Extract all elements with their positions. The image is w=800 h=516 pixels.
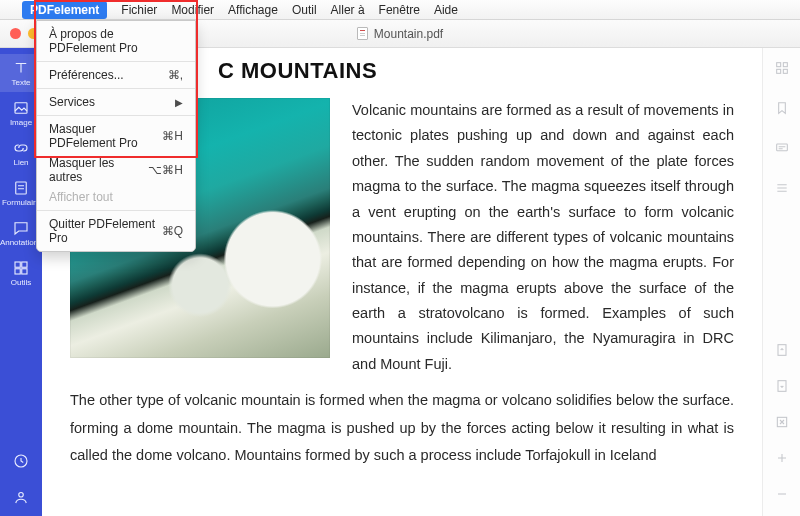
app-menu-dropdown: À propos de PDFelement Pro Préférences..…	[36, 20, 196, 252]
menu-aide[interactable]: Aide	[434, 3, 458, 17]
menu-quit[interactable]: Quitter PDFelement Pro⌘Q	[37, 214, 195, 248]
zoom-in-icon[interactable]	[774, 450, 790, 466]
svg-rect-11	[783, 69, 787, 73]
menu-hide-app[interactable]: Masquer PDFelement Pro⌘H	[37, 119, 195, 153]
close-window-button[interactable]	[10, 28, 21, 39]
svg-rect-12	[776, 144, 787, 151]
svg-rect-2	[15, 262, 20, 267]
history-icon[interactable]	[12, 452, 30, 470]
fit-page-icon[interactable]	[774, 414, 790, 430]
page-up-icon[interactable]	[774, 342, 790, 358]
menu-separator	[37, 61, 195, 62]
menu-separator	[37, 115, 195, 116]
thumbnails-icon[interactable]	[774, 60, 790, 76]
text-icon	[12, 59, 30, 77]
menu-fichier[interactable]: Fichier	[121, 3, 157, 17]
list-icon[interactable]	[774, 180, 790, 196]
menu-affichage[interactable]: Affichage	[228, 3, 278, 17]
svg-rect-1	[16, 182, 27, 194]
svg-rect-9	[783, 63, 787, 67]
document-title-text: Mountain.pdf	[374, 27, 443, 41]
document-icon	[357, 27, 368, 40]
sidebar-label: Formulaire	[2, 199, 40, 207]
macos-menubar: PDFelement Fichier Modifier Affichage Ou…	[0, 0, 800, 20]
sidebar-label: Image	[10, 119, 32, 127]
form-icon	[12, 179, 30, 197]
svg-rect-5	[22, 269, 27, 274]
menu-modifier[interactable]: Modifier	[171, 3, 214, 17]
shortcut-label: ⌥⌘H	[148, 163, 183, 177]
menu-pdfelement[interactable]: PDFelement	[22, 1, 107, 19]
svg-rect-10	[776, 69, 780, 73]
svg-point-7	[19, 493, 24, 498]
svg-rect-3	[22, 262, 27, 267]
document-title: Mountain.pdf	[357, 27, 443, 41]
svg-rect-4	[15, 269, 20, 274]
menu-separator	[37, 88, 195, 89]
sidebar-label: Outils	[11, 279, 31, 287]
menu-fenetre[interactable]: Fenêtre	[379, 3, 420, 17]
shortcut-label: ⌘H	[162, 129, 183, 143]
annotations-icon	[12, 219, 30, 237]
sidebar-item-outils[interactable]: Outils	[0, 254, 42, 292]
sidebar-label: Lien	[13, 159, 28, 167]
svg-rect-14	[778, 381, 786, 392]
sidebar-label: Texte	[11, 79, 30, 87]
image-icon	[12, 99, 30, 117]
user-icon[interactable]	[12, 488, 30, 506]
comments-icon[interactable]	[774, 140, 790, 156]
menu-preferences[interactable]: Préférences...⌘,	[37, 65, 195, 85]
bookmark-icon[interactable]	[774, 100, 790, 116]
doc-paragraph-2: The other type of volcanic mountain is f…	[70, 387, 734, 470]
menu-services[interactable]: Services▶	[37, 92, 195, 112]
svg-rect-8	[776, 63, 780, 67]
menu-hide-others[interactable]: Masquer les autres⌥⌘H	[37, 153, 195, 187]
menu-show-all: Afficher tout	[37, 187, 195, 207]
right-panel-rail	[762, 48, 800, 516]
menu-outil[interactable]: Outil	[292, 3, 317, 17]
submenu-arrow-icon: ▶	[175, 97, 183, 108]
link-icon	[12, 139, 30, 157]
doc-heading: C MOUNTAINS	[218, 58, 734, 84]
shortcut-label: ⌘,	[168, 68, 183, 82]
menu-separator	[37, 210, 195, 211]
doc-paragraph-1: Volcanic mountains are formed as a resul…	[352, 98, 734, 377]
svg-rect-13	[778, 345, 786, 356]
zoom-out-icon[interactable]	[774, 486, 790, 502]
menu-aller-a[interactable]: Aller à	[331, 3, 365, 17]
page-down-icon[interactable]	[774, 378, 790, 394]
shortcut-label: ⌘Q	[162, 224, 183, 238]
tools-icon	[12, 259, 30, 277]
svg-rect-0	[15, 103, 27, 114]
menu-about[interactable]: À propos de PDFelement Pro	[37, 24, 195, 58]
